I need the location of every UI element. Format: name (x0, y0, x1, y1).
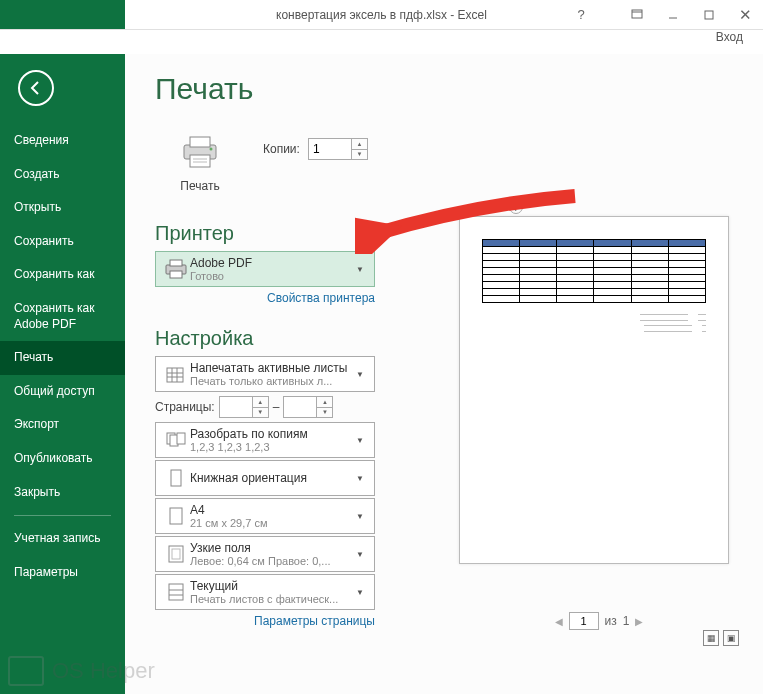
svg-rect-3 (705, 11, 713, 19)
page-title: Печать (155, 72, 763, 106)
sidebar-item[interactable]: Сохранить как (0, 258, 125, 292)
copies-label: Копии: (263, 142, 300, 156)
copies-spinner[interactable]: ▲▼ (308, 138, 368, 160)
sidebar-item[interactable]: Создать (0, 158, 125, 192)
svg-point-7 (210, 148, 213, 151)
print-preview: —————————————— —————————————— ——————————… (459, 216, 739, 646)
printer-icon (180, 135, 220, 169)
chevron-down-icon: ▼ (352, 588, 368, 597)
sidebar-item[interactable]: Параметры (0, 556, 125, 590)
margins-dropdown[interactable]: Узкие поляЛевое: 0,64 см Правое: 0,... ▼ (155, 536, 375, 572)
sidebar-item[interactable]: Сохранить (0, 225, 125, 259)
svg-rect-0 (632, 10, 642, 18)
login-link[interactable]: Вход (716, 30, 743, 44)
svg-rect-12 (170, 271, 182, 278)
sidebar-item[interactable]: Открыть (0, 191, 125, 225)
collate-dropdown[interactable]: Разобрать по копиям1,2,3 1,2,3 1,2,3 ▼ (155, 422, 375, 458)
scaling-dropdown[interactable]: ТекущийПечать листов с фактическ... ▼ (155, 574, 375, 610)
print-button[interactable]: Печать (155, 124, 245, 200)
svg-rect-21 (171, 470, 181, 486)
portrait-icon (162, 468, 190, 488)
prev-page-button[interactable]: ◀ (555, 616, 563, 627)
sidebar-item[interactable]: Экспорт (0, 408, 125, 442)
pages-to-spinner[interactable]: ▲▼ (283, 396, 333, 418)
page-icon (162, 506, 190, 526)
window-title: конвертация эксель в пдф.xlsx - Excel (276, 8, 487, 22)
scale-icon (162, 582, 190, 602)
svg-rect-20 (177, 433, 185, 444)
chevron-down-icon: ▼ (352, 265, 368, 274)
pages-label: Страницы: (155, 400, 215, 414)
orientation-dropdown[interactable]: Книжная ориентация ▼ (155, 460, 375, 496)
sheets-icon (162, 364, 190, 384)
page-number-input[interactable] (569, 612, 599, 630)
copies-input[interactable] (309, 139, 351, 159)
zoom-to-page-button[interactable]: ▣ (723, 630, 739, 646)
sidebar-item[interactable]: Закрыть (0, 476, 125, 510)
pages-from-input[interactable] (220, 397, 252, 417)
chevron-down-icon: ▼ (352, 474, 368, 483)
spinner-down-icon[interactable]: ▼ (352, 150, 367, 160)
watermark: OS Helper (8, 656, 155, 686)
svg-rect-6 (190, 155, 210, 167)
sidebar-item[interactable]: Печать (0, 341, 125, 375)
close-button[interactable]: ✕ (727, 0, 763, 29)
pages-from-spinner[interactable]: ▲▼ (219, 396, 269, 418)
svg-rect-22 (170, 508, 182, 524)
svg-rect-5 (190, 137, 210, 147)
ribbon-options-button[interactable] (619, 0, 655, 29)
chevron-down-icon: ▼ (352, 512, 368, 521)
show-margins-button[interactable]: ▦ (703, 630, 719, 646)
page-setup-link[interactable]: Параметры страницы (155, 614, 375, 628)
backstage-sidebar: СведенияСоздатьОткрытьСохранитьСохранить… (0, 54, 125, 694)
printer-properties-link[interactable]: Свойства принтера (155, 291, 375, 305)
sidebar-item[interactable]: Сведения (0, 124, 125, 158)
svg-rect-25 (169, 584, 183, 600)
svg-rect-11 (170, 260, 182, 266)
sidebar-item[interactable]: Опубликовать (0, 442, 125, 476)
svg-rect-13 (167, 368, 183, 382)
collate-icon (162, 430, 190, 450)
printer-dropdown[interactable]: Adobe PDF Готово ▼ (155, 251, 375, 287)
chevron-down-icon: ▼ (352, 436, 368, 445)
spinner-up-icon[interactable]: ▲ (352, 139, 367, 150)
margins-icon (162, 544, 190, 564)
svg-rect-23 (169, 546, 183, 562)
chevron-down-icon: ▼ (352, 550, 368, 559)
print-what-dropdown[interactable]: Напечатать активные листыПечать только а… (155, 356, 375, 392)
sidebar-item[interactable]: Общий доступ (0, 375, 125, 409)
pages-to-input[interactable] (284, 397, 316, 417)
print-button-label: Печать (156, 179, 244, 193)
back-button[interactable] (18, 70, 54, 106)
help-button[interactable]: ? (563, 0, 599, 29)
next-page-button[interactable]: ▶ (635, 616, 643, 627)
minimize-button[interactable] (655, 0, 691, 29)
preview-page: —————————————— —————————————— ——————————… (459, 216, 729, 564)
paper-size-dropdown[interactable]: A421 см x 29,7 см ▼ (155, 498, 375, 534)
info-icon[interactable]: i (509, 200, 523, 214)
printer-status: Готово (190, 270, 352, 282)
sidebar-item[interactable]: Сохранить как Adobe PDF (0, 292, 125, 341)
printer-icon (162, 259, 190, 279)
chevron-down-icon: ▼ (352, 370, 368, 379)
sidebar-item[interactable]: Учетная запись (0, 522, 125, 556)
maximize-button[interactable] (691, 0, 727, 29)
printer-name: Adobe PDF (190, 256, 352, 270)
